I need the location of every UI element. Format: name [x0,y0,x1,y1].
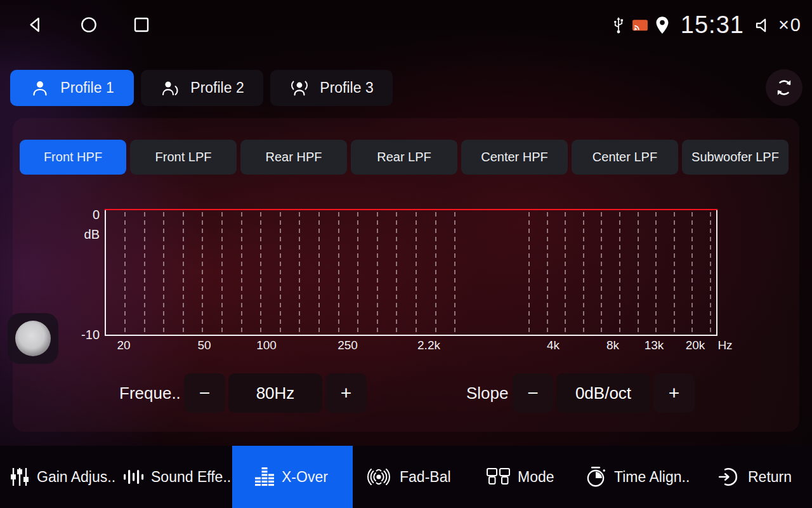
tab-center-lpf[interactable]: Center LPF [572,140,678,175]
volume-muted-icon [754,16,773,35]
x-tick-label: 20k [686,338,705,352]
nav-label: X-Over [282,469,328,486]
gridline [241,212,242,333]
android-home-button[interactable] [77,13,100,36]
android-back-button[interactable] [24,13,47,36]
reset-button[interactable] [766,69,802,106]
y-tick-0: 0 [74,208,100,222]
back-icon [25,15,46,35]
frequency-minus-button[interactable]: − [184,373,225,413]
waveform-icon [122,467,145,487]
home-icon [79,15,99,35]
nav-mode[interactable]: Mode [486,446,554,508]
x-tick-label: 50 [197,338,211,352]
nav-label: Return [748,469,792,486]
android-recents-button[interactable] [130,13,153,36]
person-waves-icon [289,78,310,98]
gridline [655,212,657,333]
mode-icon [486,466,511,488]
y-tick-minus10: -10 [74,328,100,342]
tab-front-hpf[interactable]: Front HPF [20,140,126,175]
nav-sound-effect[interactable]: Sound Effe.. [122,446,231,508]
gridline [338,212,339,333]
frequency-value: 80Hz [228,373,322,413]
clock: 15:31 [681,11,744,39]
x-tick-label: 250 [337,338,358,352]
slope-minus-button[interactable]: − [513,373,553,413]
person-switch-icon [160,78,180,98]
status-bar: 15:31 ×0 [0,0,812,51]
gridline [357,212,358,333]
tab-center-hpf[interactable]: Center HPF [461,140,568,175]
nav-fad-bal[interactable]: Fad-Bal [364,446,451,508]
xover-plot [105,209,717,336]
x-tick-label: 4k [547,338,560,352]
nav-label: Sound Effe.. [151,469,231,486]
x-axis-ticks: Hz 20501002502.2k4k8k13k20k [105,338,715,355]
tab-front-lpf[interactable]: Front LPF [130,140,237,175]
gridline [435,212,436,333]
gridline [565,212,566,333]
nav-label: Mode [518,469,554,486]
gridline [583,212,584,333]
profile-tab-label: Profile 2 [190,79,244,97]
tab-profile-3[interactable]: Profile 3 [270,70,393,106]
filter-tab-label: Front HPF [44,150,102,164]
tab-profile-2[interactable]: Profile 2 [141,70,263,106]
gridline [454,212,455,333]
gridline [163,212,164,333]
slope-plus-button[interactable]: + [653,373,695,413]
stopwatch-icon [584,465,608,489]
equalizer-icon [254,465,275,488]
return-icon [717,465,742,489]
gridline [547,212,548,333]
tab-rear-lpf[interactable]: Rear LPF [351,140,457,175]
profile-tab-label: Profile 3 [320,79,373,97]
tab-rear-hpf[interactable]: Rear HPF [240,140,347,175]
gridline [528,212,530,333]
gridline [183,212,184,333]
cast-icon [632,18,649,33]
bottom-nav-bar: Gain Adjus.. Sound Effe.. X-Over [0,446,812,508]
filter-tab-label: Center LPF [593,150,657,164]
tab-profile-1[interactable]: Profile 1 [10,70,134,106]
gridline [260,212,261,333]
gridline [416,212,417,333]
gridline [124,212,126,333]
nav-time-align[interactable]: Time Align.. [584,446,690,508]
gridline [674,212,675,333]
nav-label: Gain Adjus.. [37,469,115,486]
profile-tab-label: Profile 1 [60,79,114,97]
filter-tab-label: Subwoofer LPF [691,150,779,164]
frequency-label: Freque.. [119,373,181,413]
x-axis-unit: Hz [717,338,732,352]
nav-gain-adjust[interactable]: Gain Adjus.. [9,446,115,508]
nav-x-over[interactable]: X-Over [254,446,328,508]
tab-subwoofer-lpf[interactable]: Subwoofer LPF [682,140,789,175]
x-tick-label: 100 [256,338,277,352]
gridline [202,212,203,333]
control-knob[interactable] [8,313,58,364]
nav-label: Time Align.. [614,469,690,486]
knob-circle-icon [15,321,51,356]
gridline [221,212,223,333]
nav-label: Fad-Bal [400,469,451,486]
usb-icon [611,15,626,36]
slope-label: Slope [466,373,509,413]
gridline [638,212,639,333]
gridline [144,212,145,333]
person-icon [30,78,50,98]
xover-screen: 15:31 ×0 Profile 1 Profile 2 [0,0,812,508]
sliders-icon [9,466,30,488]
gridline [318,212,320,333]
fader-balance-icon [364,464,393,490]
gridline [280,212,281,333]
gridline [396,212,397,333]
gridline [619,212,620,333]
gridline [299,212,300,333]
filter-tab-label: Rear LPF [377,150,431,164]
gridline [710,212,711,333]
refresh-icon [774,77,794,98]
frequency-plus-button[interactable]: + [325,373,367,413]
nav-return[interactable]: Return [717,446,792,508]
